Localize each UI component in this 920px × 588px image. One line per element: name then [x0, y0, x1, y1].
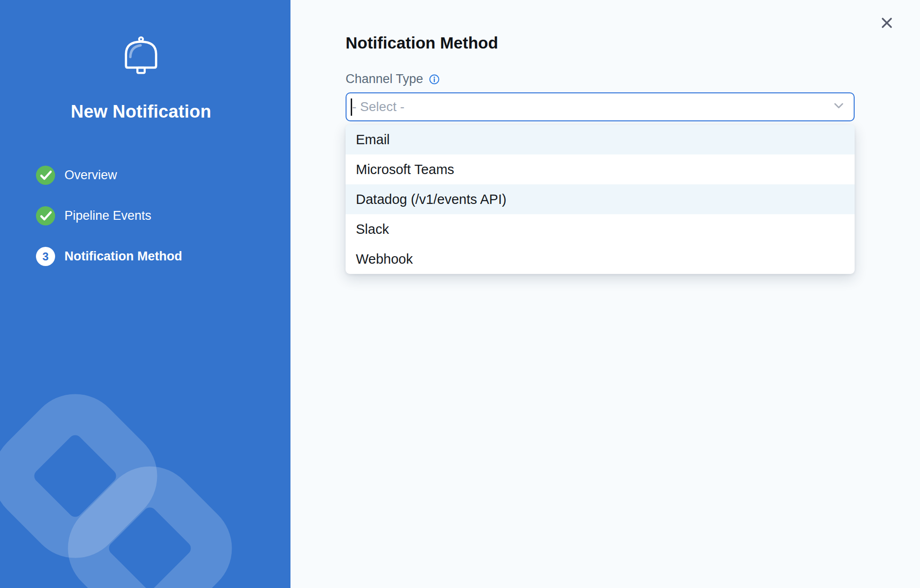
channel-type-label: Channel Type: [346, 72, 423, 86]
channel-type-select[interactable]: - Select -: [346, 92, 855, 121]
select-placeholder: - Select -: [352, 99, 404, 114]
close-icon[interactable]: [879, 15, 894, 30]
wizard-steps: Overview Pipeline Events 3 Notification …: [0, 166, 282, 266]
chevron-down-icon: [833, 102, 844, 112]
dropdown-option[interactable]: Datadog (/v1/events API): [346, 184, 855, 214]
channel-dropdown: Email Microsoft Teams Datadog (/v1/event…: [346, 125, 855, 274]
step-label: Notification Method: [64, 249, 182, 264]
step-notification-method[interactable]: 3 Notification Method: [36, 247, 282, 266]
step-complete-check-icon: [36, 206, 55, 225]
step-pipeline-events[interactable]: Pipeline Events: [36, 206, 282, 225]
step-label: Overview: [64, 168, 117, 182]
info-icon[interactable]: [429, 74, 440, 85]
dropdown-option[interactable]: Email: [346, 125, 855, 154]
step-number-badge: 3: [36, 247, 55, 266]
dropdown-option-label: Webhook: [356, 252, 413, 267]
notification-method-panel: Notification Method Channel Type - Selec…: [290, 0, 920, 588]
dropdown-option-label: Slack: [356, 222, 389, 237]
brand-watermark: [0, 345, 290, 588]
wizard-sidebar: New Notification Overview Pipeline Event…: [0, 0, 290, 588]
dropdown-option-label: Datadog (/v1/events API): [356, 192, 506, 207]
dropdown-option-label: Microsoft Teams: [356, 162, 454, 177]
dropdown-option[interactable]: Slack: [346, 214, 855, 244]
wizard-title: New Notification: [0, 102, 282, 122]
step-label: Pipeline Events: [64, 209, 151, 223]
dropdown-option[interactable]: Webhook: [346, 244, 855, 274]
step-complete-check-icon: [36, 166, 55, 185]
channel-type-label-row: Channel Type: [346, 72, 920, 86]
step-overview[interactable]: Overview: [36, 166, 282, 185]
bell-icon: [117, 32, 165, 80]
dropdown-option[interactable]: Microsoft Teams: [346, 154, 855, 184]
dropdown-option-label: Email: [356, 132, 390, 147]
page-title: Notification Method: [346, 0, 920, 52]
